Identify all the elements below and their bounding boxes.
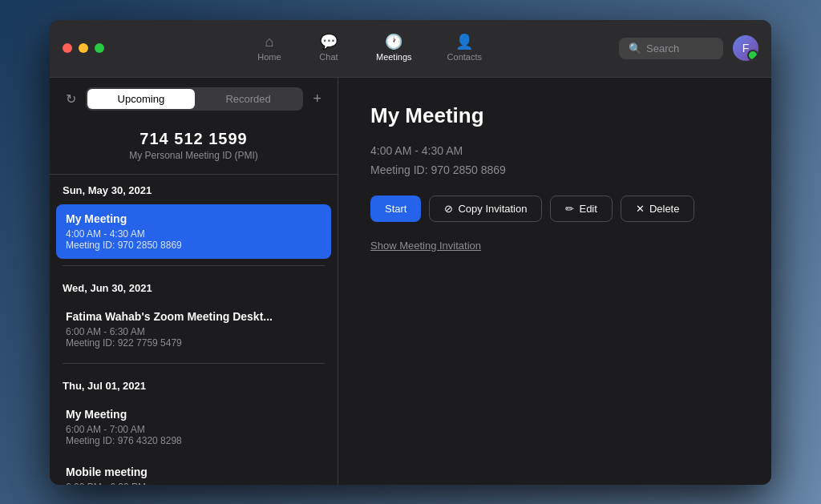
main-content: ↻ Upcoming Recorded + 714 512 1599 My Pe… (50, 78, 771, 485)
meeting-item-1-title: My Meeting (66, 212, 322, 225)
copy-invitation-button[interactable]: ⊘ Copy Invitation (429, 196, 542, 222)
detail-meeting-id: Meeting ID: 970 2850 8869 (370, 163, 739, 176)
delete-button[interactable]: ✕ Delete (621, 196, 695, 222)
meeting-item-1[interactable]: My Meeting 4:00 AM - 4:30 AM Meeting ID:… (56, 204, 331, 259)
copy-invitation-label: Copy Invitation (458, 203, 527, 215)
detail-title: My Meeting (370, 103, 739, 128)
tab-home[interactable]: ⌂ Home (241, 30, 297, 67)
search-bar[interactable]: 🔍 Search (619, 38, 723, 59)
date-header-3: Thu, Jul 01, 2021 (50, 370, 338, 397)
tab-meetings[interactable]: 🕐 Meetings (360, 30, 428, 67)
meeting-item-2-title: Fatima Wahab's Zoom Meeting Deskt... (66, 310, 322, 323)
search-label: Search (646, 42, 679, 54)
copy-icon: ⊘ (444, 203, 453, 215)
start-button[interactable]: Start (370, 196, 421, 222)
home-icon: ⌂ (265, 34, 274, 49)
tab-contacts[interactable]: 👤 Contacts (431, 30, 498, 67)
meeting-item-3-id: Meeting ID: 976 4320 8298 (66, 435, 322, 446)
date-header-1: Sun, May 30, 2021 (50, 175, 338, 201)
delete-label: Delete (649, 203, 680, 215)
add-meeting-button[interactable]: + (309, 87, 325, 111)
traffic-lights (63, 43, 104, 53)
meeting-item-3-time: 6:00 AM - 7:00 AM (66, 424, 322, 435)
title-bar: ⌂ Home 💬 Chat 🕐 Meetings 👤 Contacts 🔍 Se… (50, 20, 771, 78)
detail-time: 4:00 AM - 4:30 AM (370, 144, 739, 157)
meeting-item-4[interactable]: Mobile meeting 6:00 PM - 6:30 PM (56, 458, 331, 485)
meeting-item-4-time: 6:00 PM - 6:30 PM (66, 482, 322, 485)
edit-label: Edit (579, 203, 597, 215)
action-buttons: Start ⊘ Copy Invitation ✏ Edit ✕ Delete (370, 196, 739, 222)
pmi-section: 714 512 1599 My Personal Meeting ID (PMI… (50, 120, 338, 175)
tab-chat-label: Chat (319, 52, 338, 62)
avatar[interactable]: F (733, 35, 758, 61)
meeting-item-2-id: Meeting ID: 922 7759 5479 (66, 337, 322, 349)
meeting-item-3-title: My Meeting (66, 408, 322, 421)
meeting-item-1-time: 4:00 AM - 4:30 AM (66, 228, 322, 240)
edit-icon: ✏ (565, 203, 574, 215)
chat-icon: 💬 (320, 34, 338, 49)
divider-1 (63, 265, 325, 266)
meetings-icon: 🕐 (385, 34, 402, 49)
delete-icon: ✕ (636, 203, 645, 215)
tab-home-label: Home (257, 52, 281, 62)
tab-meetings-label: Meetings (376, 52, 412, 62)
tab-contacts-label: Contacts (447, 52, 482, 62)
meeting-item-2-time: 6:00 AM - 6:30 AM (66, 326, 322, 337)
tab-group: Upcoming Recorded (86, 87, 303, 111)
show-invitation-link[interactable]: Show Meeting Invitation (370, 240, 481, 252)
divider-2 (63, 363, 325, 364)
app-window: ⌂ Home 💬 Chat 🕐 Meetings 👤 Contacts 🔍 Se… (50, 20, 771, 485)
pmi-label: My Personal Meeting ID (PMI) (63, 150, 325, 161)
refresh-button[interactable]: ↻ (63, 88, 79, 110)
detail-panel: My Meeting 4:00 AM - 4:30 AM Meeting ID:… (338, 78, 771, 485)
meetings-list: Sun, May 30, 2021 My Meeting 4:00 AM - 4… (50, 175, 338, 485)
minimize-button[interactable] (79, 43, 88, 53)
date-header-2: Wed, Jun 30, 2021 (50, 272, 338, 299)
meeting-item-2[interactable]: Fatima Wahab's Zoom Meeting Deskt... 6:0… (56, 302, 331, 357)
tab-chat[interactable]: 💬 Chat (301, 30, 357, 67)
avatar-initials: F (742, 42, 750, 54)
close-button[interactable] (63, 43, 72, 53)
sidebar: ↻ Upcoming Recorded + 714 512 1599 My Pe… (50, 78, 338, 485)
recorded-tab[interactable]: Recorded (195, 89, 302, 109)
nav-tabs: ⌂ Home 💬 Chat 🕐 Meetings 👤 Contacts (120, 30, 619, 67)
maximize-button[interactable] (95, 43, 104, 53)
sidebar-header: ↻ Upcoming Recorded + (50, 78, 338, 120)
meeting-item-4-title: Mobile meeting (66, 466, 322, 478)
edit-button[interactable]: ✏ Edit (550, 196, 612, 222)
upcoming-tab[interactable]: Upcoming (87, 89, 195, 109)
search-icon: 🔍 (629, 42, 641, 54)
contacts-icon: 👤 (455, 34, 473, 49)
meeting-item-1-id: Meeting ID: 970 2850 8869 (66, 240, 322, 251)
meeting-item-3[interactable]: My Meeting 6:00 AM - 7:00 AM Meeting ID:… (56, 400, 331, 454)
pmi-number: 714 512 1599 (63, 130, 325, 148)
